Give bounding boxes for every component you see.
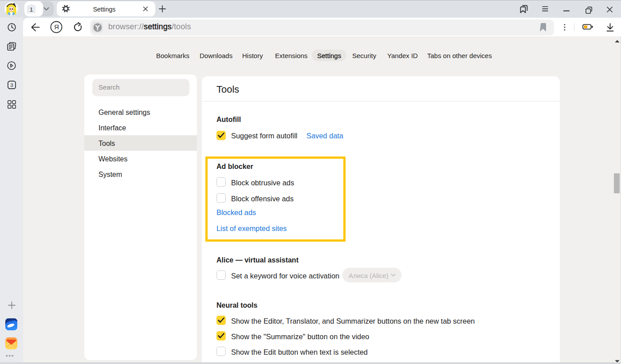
svg-text:Я: Я xyxy=(54,23,59,31)
svg-text:1: 1 xyxy=(30,6,33,13)
svg-text:3: 3 xyxy=(10,82,13,88)
